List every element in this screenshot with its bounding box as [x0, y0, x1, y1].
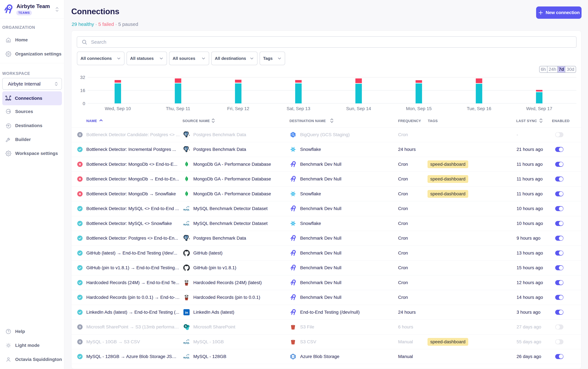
svg-text:32: 32 — [80, 75, 85, 80]
svg-text:MySQL: MySQL — [183, 341, 189, 344]
svg-text:0: 0 — [83, 101, 85, 106]
svg-text:Sun, Sep 14: Sun, Sep 14 — [346, 106, 371, 111]
svg-text:MySQL: MySQL — [183, 208, 189, 211]
svg-text:Thu, Sep 11: Thu, Sep 11 — [166, 106, 190, 111]
svg-text:MySQL: MySQL — [183, 223, 189, 226]
svg-text:in: in — [185, 311, 188, 314]
svg-text:Fri, Sep 12: Fri, Sep 12 — [227, 106, 249, 111]
svg-text:Tue, Sep 16: Tue, Sep 16 — [467, 106, 491, 111]
svg-text:S: S — [185, 325, 187, 328]
svg-text:Wed, Sep 17: Wed, Sep 17 — [526, 106, 552, 111]
svg-text:MySQL: MySQL — [183, 356, 189, 359]
svg-text:Mon, Sep 15: Mon, Sep 15 — [406, 106, 432, 111]
svg-text:Wed, Sep 10: Wed, Sep 10 — [105, 106, 131, 111]
svg-text:Sat, Sep 13: Sat, Sep 13 — [287, 106, 310, 111]
svg-text:16: 16 — [80, 88, 85, 93]
svg-text:01: 01 — [292, 357, 294, 358]
svg-text:10: 10 — [292, 355, 294, 357]
